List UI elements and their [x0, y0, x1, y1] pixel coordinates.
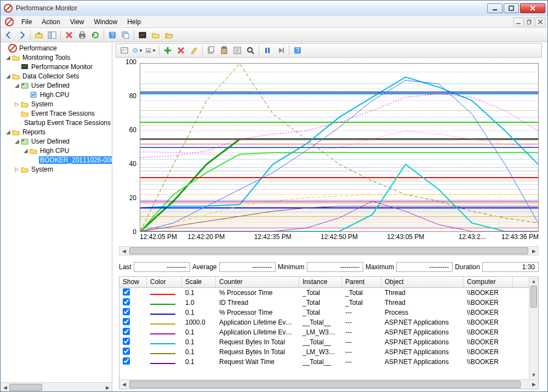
tree-high-cpu[interactable]: High CPU — [1, 90, 112, 99]
counter-cell: Application Lifetime Even... — [216, 319, 299, 326]
minimize-button[interactable] — [487, 3, 503, 13]
menu-help[interactable]: Help — [123, 17, 145, 27]
new-window-button[interactable] — [119, 29, 132, 41]
mdi-close-button[interactable] — [535, 18, 545, 26]
up-folder-button[interactable] — [33, 29, 45, 41]
refresh-button[interactable] — [89, 29, 101, 41]
y-tick: 60 — [116, 126, 136, 134]
chart-hscrollbar[interactable]: ◀▶ — [119, 246, 539, 255]
copy-button[interactable] — [205, 44, 217, 56]
add-counter-button[interactable] — [162, 44, 174, 56]
help-button[interactable]: ? — [106, 29, 118, 41]
folder-icon — [12, 72, 20, 81]
svg-point-54 — [248, 48, 252, 52]
table-row[interactable]: 0.1% Processor Time_Total---Process\\BOO… — [119, 308, 529, 317]
mdi-restore-button[interactable] — [524, 18, 534, 26]
paste-button[interactable] — [218, 44, 230, 56]
tree-hscrollbar[interactable]: ◀▶ — [1, 382, 112, 391]
counter-vscrollbar[interactable]: ▲▼ — [529, 277, 538, 379]
counter-hscrollbar[interactable]: ◀▶ — [119, 379, 538, 389]
object-cell: ASP.NET Applications — [381, 348, 464, 356]
mdi-minimize-button[interactable] — [513, 18, 523, 26]
table-row[interactable]: 1000.0Application Lifetime Even...__Tota… — [119, 317, 529, 327]
forward-button[interactable] — [16, 29, 28, 41]
tree-dcs-system[interactable]: ▷System — [1, 99, 112, 109]
hdr-parent[interactable]: Parent — [342, 277, 381, 287]
scale-cell: 0.1 — [182, 348, 216, 356]
show-checkbox[interactable] — [123, 357, 130, 365]
titlebar: Performance Monitor — [1, 1, 547, 16]
remove-counter-button[interactable] — [175, 44, 187, 56]
show-checkbox[interactable] — [123, 308, 130, 315]
hdr-object[interactable]: Object — [381, 277, 464, 287]
properties-button[interactable] — [231, 44, 243, 56]
instance-cell: __Total__ — [299, 358, 342, 366]
tree-startup-event-trace[interactable]: Startup Event Trace Sessions — [1, 118, 112, 127]
zoom-button[interactable] — [244, 44, 256, 56]
chart-plot[interactable] — [140, 63, 539, 232]
tree-reports-user-defined[interactable]: ◢User Defined — [1, 137, 112, 146]
tree-reports[interactable]: ◢Reports — [1, 127, 112, 137]
hdr-color[interactable]: Color — [147, 277, 182, 287]
print-button[interactable] — [76, 29, 88, 41]
show-checkbox[interactable] — [123, 338, 130, 345]
show-checkbox[interactable] — [123, 318, 130, 325]
view-log-button[interactable] — [136, 29, 149, 41]
chart-type-button[interactable]: ▼ — [145, 44, 157, 56]
show-hide-tree-button[interactable] — [46, 29, 58, 41]
chart-help-button[interactable]: ? — [292, 44, 304, 56]
table-row[interactable]: 0.1Request Bytes In Total_LM_W3SV...---A… — [119, 347, 529, 357]
close-button[interactable] — [520, 3, 545, 13]
table-row[interactable]: 0.1Request Wait Time__Total__---ASP.NET … — [119, 357, 529, 367]
open-folder-button[interactable] — [163, 29, 175, 41]
folder-button[interactable] — [150, 29, 162, 41]
delete-button[interactable] — [63, 29, 75, 41]
maximize-button[interactable] — [504, 3, 519, 13]
tree-reports-system[interactable]: ▷System — [1, 164, 112, 174]
table-row[interactable]: 1.0ID Thread_Total_TotalThread\\BOOKER — [119, 298, 529, 308]
svg-rect-49 — [222, 47, 226, 48]
back-button[interactable] — [3, 29, 15, 41]
instance-cell: _LM_W3SV... — [299, 328, 342, 336]
highlight-button[interactable] — [188, 44, 200, 56]
show-checkbox[interactable] — [123, 348, 130, 355]
color-cell — [147, 358, 182, 366]
tree-event-trace-sessions[interactable]: Event Trace Sessions — [1, 109, 112, 118]
svg-rect-57 — [268, 48, 270, 53]
show-checkbox[interactable] — [123, 288, 130, 296]
hdr-computer[interactable]: Computer — [464, 277, 513, 287]
table-row[interactable]: 0.1% Processor Time_Total_TotalThread\\B… — [119, 288, 529, 298]
tree-performance-monitor[interactable]: Performance Monitor — [1, 62, 112, 71]
hdr-scale[interactable]: Scale — [182, 277, 216, 287]
svg-rect-36 — [121, 48, 128, 53]
svg-text:?: ? — [111, 31, 115, 39]
menu-window[interactable]: Window — [90, 17, 122, 27]
stat-last-value: --------- — [134, 262, 190, 272]
update-button[interactable] — [275, 44, 287, 56]
tree-booker-blg[interactable]: BOOKER_20111026-000001 — [1, 155, 112, 164]
hdr-counter[interactable]: Counter — [216, 277, 299, 287]
tree-user-defined[interactable]: ◢User Defined — [1, 81, 112, 90]
menu-action[interactable]: Action — [37, 17, 64, 27]
hdr-instance[interactable]: Instance — [299, 277, 342, 287]
menu-file[interactable]: File — [17, 17, 36, 27]
menu-view[interactable]: View — [66, 17, 89, 27]
view-log-data-button[interactable]: ▼ — [132, 44, 144, 56]
view-current-button[interactable] — [118, 44, 130, 56]
chart-y-axis: 020406080100 — [116, 62, 138, 232]
object-cell: ASP.NET Applications — [381, 319, 464, 326]
hdr-show[interactable]: Show — [119, 277, 147, 287]
table-row[interactable]: 0.1Request Bytes In Total__Total__---ASP… — [119, 337, 529, 347]
tree-root[interactable]: Performance — [1, 43, 112, 53]
table-row[interactable]: 0.1Application Lifetime Even..._LM_W3SV.… — [119, 327, 529, 337]
chart-svg — [140, 64, 538, 231]
parent-cell: _Total — [342, 299, 381, 306]
show-checkbox[interactable] — [123, 328, 130, 335]
tree-reports-high-cpu[interactable]: ◢High CPU — [1, 146, 112, 155]
tree-monitoring-tools[interactable]: ◢Monitoring Tools — [1, 53, 112, 62]
parent-cell: --- — [342, 319, 381, 326]
computer-cell: \\BOOKER — [464, 338, 513, 346]
show-checkbox[interactable] — [123, 298, 130, 305]
tree-data-collector-sets[interactable]: ◢Data Collector Sets — [1, 71, 112, 81]
freeze-button[interactable] — [261, 44, 273, 56]
